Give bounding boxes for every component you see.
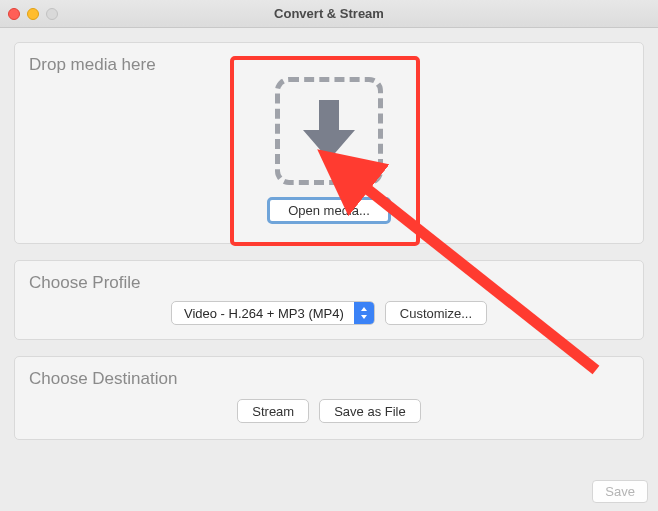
drop-media-title: Drop media here [29, 55, 629, 75]
profile-row: Video - H.264 + MP3 (MP4) Customize... [29, 301, 629, 325]
open-media-button[interactable]: Open media... [267, 197, 391, 224]
window-title: Convert & Stream [0, 6, 658, 21]
destination-row: Stream Save as File [29, 399, 629, 423]
choose-destination-panel: Choose Destination Stream Save as File [14, 356, 644, 440]
close-window-button[interactable] [8, 8, 20, 20]
drop-center: Open media... [29, 77, 629, 224]
chevron-updown-icon [354, 302, 374, 324]
choose-destination-title: Choose Destination [29, 369, 629, 389]
download-arrow-icon [303, 100, 355, 162]
content-area: Drop media here Open media... Choose Pro… [0, 28, 658, 454]
traffic-lights [8, 8, 58, 20]
profile-select-value: Video - H.264 + MP3 (MP4) [172, 302, 354, 324]
titlebar: Convert & Stream [0, 0, 658, 28]
zoom-window-button[interactable] [46, 8, 58, 20]
drop-zone[interactable] [275, 77, 383, 185]
profile-select[interactable]: Video - H.264 + MP3 (MP4) [171, 301, 375, 325]
minimize-window-button[interactable] [27, 8, 39, 20]
choose-profile-title: Choose Profile [29, 273, 629, 293]
stream-button[interactable]: Stream [237, 399, 309, 423]
choose-profile-panel: Choose Profile Video - H.264 + MP3 (MP4)… [14, 260, 644, 340]
drop-media-panel[interactable]: Drop media here Open media... [14, 42, 644, 244]
save-as-file-button[interactable]: Save as File [319, 399, 421, 423]
customize-button[interactable]: Customize... [385, 301, 487, 325]
save-button[interactable]: Save [592, 480, 648, 503]
